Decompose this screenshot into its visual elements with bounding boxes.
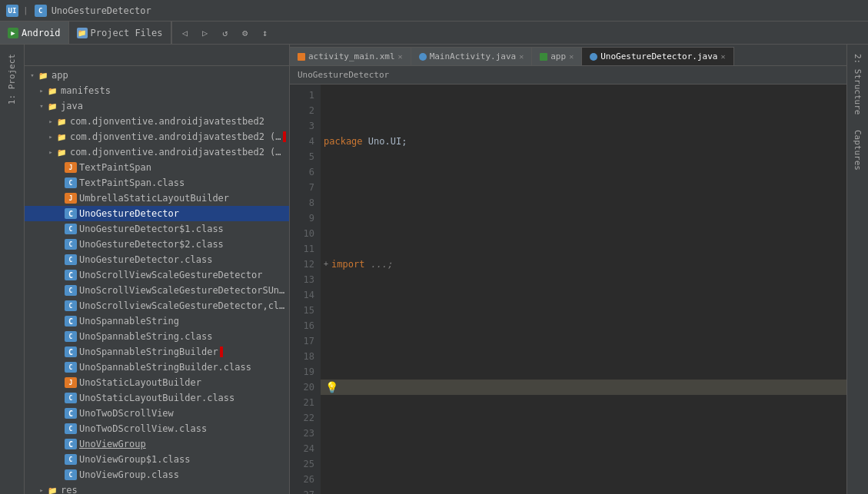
folder-icon: 📁 — [46, 85, 58, 96]
toolbar: ▶ Android 📁 Project Files ◁ ▷ ↺ ⚙ ↕ — [0, 22, 868, 45]
tab-android-label: Android — [22, 28, 61, 38]
code-container[interactable]: 1 2 3 4 5 6 7 8 9 10 11 12 13 14 15 16 1… — [290, 85, 846, 494]
class-icon: C — [65, 177, 77, 188]
tab-activity-main[interactable]: activity_main.xml ✕ — [290, 47, 411, 65]
tab-close[interactable]: ✕ — [519, 52, 524, 61]
android-icon: ▶ — [8, 28, 18, 38]
java-icon — [590, 53, 597, 61]
tree-arrow: ▸ — [37, 87, 46, 94]
tab-mainactivity[interactable]: MainActivity.java ✕ — [411, 47, 533, 65]
editor-area: activity_main.xml ✕ MainActivity.java ✕ … — [290, 45, 846, 494]
tree-item-unoviewgroup[interactable]: ▸ C UnoViewGroup — [25, 436, 289, 452]
tree-item-unospannable[interactable]: ▸ C UnoSpannableString — [25, 313, 289, 329]
folder-icon: 📁 — [46, 101, 58, 111]
side-panel: 1: Project — [0, 45, 25, 494]
tree-item-unostaticlayout-class[interactable]: ▸ C UnoStaticLayoutBuilder.class — [25, 390, 289, 406]
class-icon: C — [65, 224, 77, 234]
tree-item-pkg1[interactable]: ▸ 📁 com.djonventive.androidjavatestbed2 — [25, 114, 289, 129]
tree-item-unogestureclass[interactable]: ▸ C UnoGestureDetector.class — [25, 252, 289, 267]
tree-label: UnoSpannableStringBuilder — [79, 346, 218, 357]
captures-label[interactable]: Captures — [853, 124, 863, 177]
main-layout: 1: Project ▾ 📁 app ▸ 📁 manifests — [0, 45, 868, 494]
tree-item-textpaintspan-class[interactable]: ▸ C TextPaintSpan.class — [25, 175, 289, 191]
code-line: package Uno.UI; — [321, 134, 846, 149]
tree-item-unospannablebuilder[interactable]: ▸ C UnoSpannableStringBuilder — [25, 344, 289, 360]
tree-item-unogesture[interactable]: ▸ C UnoGestureDetector — [25, 206, 289, 221]
tree-item-unostaticlayout[interactable]: ▸ J UnoStaticLayoutBuilder — [25, 375, 289, 390]
breadcrumb-text: UnoGestureDetector — [298, 70, 389, 80]
tree-label: UnoGestureDetector$2.class — [79, 239, 224, 250]
tree-label: UnoGestureDetector — [79, 208, 179, 219]
tree-label: UnoTwoDScrollView — [79, 408, 174, 419]
tree-item-unospannablebuilder-class[interactable]: ▸ C UnoSpannableStringBuilder.class — [25, 360, 289, 375]
class-icon: C — [65, 454, 77, 465]
structure-panel: 2: Structure — [846, 45, 868, 121]
tree-item-app[interactable]: ▾ 📁 app — [25, 68, 289, 83]
file-icon: C — [35, 5, 47, 17]
tab-project-files-label: Project Files — [91, 28, 163, 38]
tree-arrow: ▸ — [46, 133, 55, 141]
tree-label: TextPaintSpan.class — [79, 177, 185, 188]
tree-label: UnoScrollviewScaleGestureDetector,class — [79, 300, 286, 311]
app-icon — [540, 53, 547, 61]
structure-label[interactable]: 2: Structure — [853, 48, 863, 121]
tree-label: res — [61, 485, 78, 494]
title-bar: UI | C UnoGestureDetector — [0, 0, 868, 22]
code-line — [321, 318, 846, 333]
file-tree-body[interactable]: ▾ 📁 app ▸ 📁 manifests ▾ 📁 java ▸ — [25, 66, 289, 494]
tree-item-umbrella[interactable]: ▸ J UmbrellaStaticLayoutBuilder — [25, 191, 289, 206]
forward-btn[interactable]: ▷ — [197, 25, 214, 41]
tree-item-java[interactable]: ▾ 📁 java — [25, 98, 289, 114]
tree-item-unotwod[interactable]: ▸ C UnoTwoDScrollView — [25, 406, 289, 421]
settings-btn[interactable]: ⚙ — [237, 25, 254, 41]
code-content[interactable]: package Uno.UI; + import ...; 💡 — [321, 85, 846, 494]
tab-unogesture[interactable]: UnoGestureDetector.java ✕ — [582, 47, 733, 65]
tree-label: java — [61, 101, 83, 111]
tab-close[interactable]: ✕ — [720, 52, 725, 61]
tree-item-unoscroll-class[interactable]: ▸ C UnoScrollviewScaleGestureDetector,cl… — [25, 298, 289, 313]
tree-label: UnoStaticLayoutBuilder.class — [79, 393, 234, 403]
class-icon: C — [65, 285, 77, 296]
tree-label: com.djonventive.androidjavatestbed2 (and… — [70, 131, 281, 142]
tree-item-manifests[interactable]: ▸ 📁 manifests — [25, 83, 289, 98]
tab-android[interactable]: ▶ Android — [0, 22, 69, 44]
bulb-icon: 💡 — [325, 380, 338, 395]
tab-project-files[interactable]: 📁 Project Files — [69, 22, 171, 44]
tab-app[interactable]: app ✕ — [532, 47, 582, 65]
tree-label: UnoSpannableString — [79, 316, 179, 327]
right-panels: 2: Structure Captures — [846, 45, 868, 494]
tree-item-unospannable-class[interactable]: ▸ C UnoSpannableString.class — [25, 329, 289, 344]
tree-label: UnoGestureDetector$1.class — [79, 224, 224, 234]
c-icon: C — [65, 408, 77, 419]
java-icon: J — [65, 162, 77, 173]
c-icon: C — [65, 346, 77, 357]
tree-label: UnoStaticLayoutBuilder — [79, 377, 201, 388]
tab-close[interactable]: ✕ — [569, 52, 574, 61]
class-icon: C — [65, 239, 77, 250]
tree-item-unogesture1[interactable]: ▸ C UnoGestureDetector$1.class — [25, 221, 289, 237]
tab-label: app — [550, 51, 566, 61]
tree-item-pkg2[interactable]: ▸ 📁 com.djonventive.androidjavatestbed2 … — [25, 129, 289, 144]
tree-label: app — [52, 70, 68, 81]
tree-item-textpaintspan[interactable]: ▸ J TextPaintSpan — [25, 160, 289, 175]
back-btn[interactable]: ◁ — [177, 25, 194, 41]
collapse-btn[interactable]: ↕ — [257, 25, 274, 41]
tree-item-unoviewgroup1[interactable]: ▸ C UnoViewGroup$1.class — [25, 452, 289, 467]
line-numbers: 1 2 3 4 5 6 7 8 9 10 11 12 13 14 15 16 1… — [290, 85, 321, 494]
project-panel-label[interactable]: 1: Project — [7, 48, 17, 111]
refresh-btn[interactable]: ↺ — [217, 25, 234, 41]
tree-item-res[interactable]: ▸ 📁 res — [25, 482, 289, 494]
tree-item-unoviewgroup-class[interactable]: ▸ C UnoViewGroup.class — [25, 467, 289, 482]
tree-label: UnoGestureDetector.class — [79, 254, 212, 265]
tree-item-unoscroll[interactable]: ▸ C UnoScrollViewScaleGestureDetector — [25, 267, 289, 283]
error-marker — [283, 131, 286, 142]
separator: | — [23, 5, 28, 15]
tree-item-unoscroll-suno[interactable]: ▸ C UnoScrollViewScaleGestureDetectorSUn… — [25, 283, 289, 298]
tree-item-unogesture2[interactable]: ▸ C UnoGestureDetector$2.class — [25, 237, 289, 252]
toolbar-tab-group: ▶ Android 📁 Project Files — [0, 22, 171, 44]
tree-item-unotwod-class[interactable]: ▸ C UnoTwoDScrollView.class — [25, 421, 289, 436]
tree-label: UnoTwoDScrollView.class — [79, 423, 207, 434]
tab-close[interactable]: ✕ — [398, 52, 403, 61]
class-icon: C — [65, 469, 77, 480]
tree-item-pkg3[interactable]: ▸ 📁 com.djonventive.androidjavatestbed2 … — [25, 144, 289, 160]
